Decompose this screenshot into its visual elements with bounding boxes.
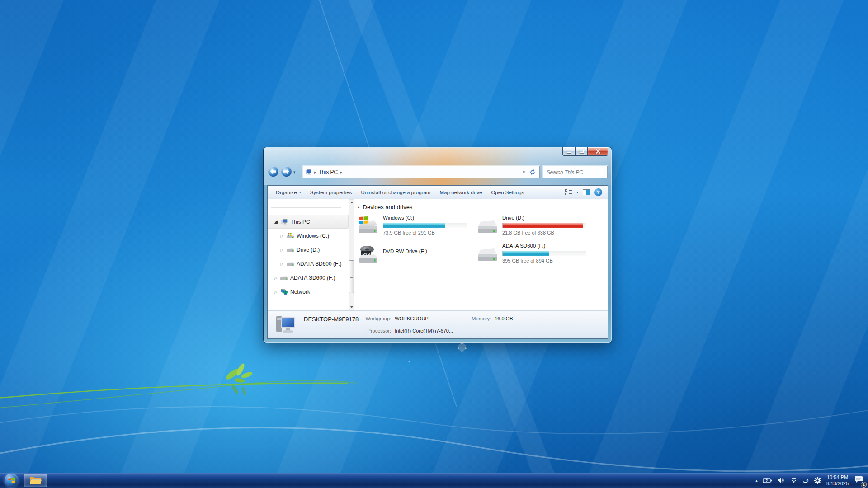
- drive-tile-d[interactable]: Drive (D:) 21.8 GB free of 638 GB: [477, 213, 596, 241]
- workgroup-value: WORKGROUP: [395, 316, 462, 327]
- clock-time: 10:54 PM: [826, 474, 849, 480]
- close-icon: [595, 149, 601, 154]
- drive-tile-windows-c[interactable]: Windows (C:) 73.9 GB free of 291 GB: [358, 213, 477, 241]
- tree-collapsed-icon[interactable]: ▷: [273, 290, 278, 294]
- search-box: [543, 166, 608, 178]
- taskbar-explorer-button[interactable]: [24, 474, 47, 487]
- address-bar[interactable]: ▸ This PC ▸ ▾: [303, 166, 540, 178]
- sidebar-item-windows-c[interactable]: ▷ Windows (C:): [268, 229, 349, 243]
- help-icon[interactable]: ?: [594, 188, 602, 196]
- maximize-button[interactable]: [575, 147, 588, 156]
- windows-logo-icon: [8, 477, 15, 484]
- scrollbar-thumb[interactable]: [349, 260, 354, 293]
- tree-collapsed-icon[interactable]: ▷: [279, 262, 285, 266]
- language-indicator[interactable]: ف: [803, 477, 809, 484]
- group-header-devices-and-drives[interactable]: ▴ Devices and drives: [358, 203, 608, 211]
- breadcrumb-this-pc[interactable]: This PC: [319, 169, 338, 175]
- sidebar-item-adata-f[interactable]: ▷ ADATA SD600 (F:): [268, 257, 349, 271]
- hidden-icons-chevron-icon[interactable]: ▴: [756, 479, 758, 483]
- recent-pages-chevron-icon[interactable]: ▾: [293, 170, 296, 174]
- battery-icon[interactable]: [763, 477, 772, 483]
- search-input[interactable]: [543, 169, 619, 175]
- breadcrumb-arrow-icon[interactable]: ▸: [314, 170, 316, 174]
- sidebar-item-label: Drive (D:): [297, 247, 320, 253]
- forward-button[interactable]: [281, 166, 292, 177]
- capacity-meter: [502, 251, 586, 256]
- notification-badge: 1: [861, 482, 867, 488]
- organize-dropdown-icon: ▾: [299, 190, 301, 194]
- sidebar-item-label: Windows (C:): [297, 233, 329, 239]
- sidebar-item-adata-f-2[interactable]: ▷ ADATA SD600 (F:): [268, 271, 349, 285]
- command-toolbar: Organize ▾ System properties Uninstall o…: [268, 186, 608, 199]
- navigation-pane: This PC ▷ Windows (C:) ▷ Drive (D:): [268, 199, 354, 310]
- close-button[interactable]: [588, 147, 608, 156]
- tree-collapsed-icon[interactable]: ▷: [279, 234, 285, 238]
- caption-buttons: [562, 147, 608, 156]
- settings-gear-icon[interactable]: [814, 477, 821, 484]
- change-view-icon[interactable]: [565, 189, 572, 196]
- file-list-area: ▴ Devices and drives Windows (C:: [354, 199, 608, 310]
- wallpaper-sparkle: [458, 343, 467, 352]
- forward-arrow-icon: [283, 169, 289, 174]
- refresh-icon[interactable]: [529, 169, 536, 175]
- explorer-window: ▾ ▸ This PC ▸ ▾: [264, 147, 612, 343]
- memory-label: Memory:: [466, 316, 491, 327]
- capacity-meter: [383, 223, 467, 228]
- taskbar-clock[interactable]: 10:54 PM 8/13/2025: [826, 474, 849, 487]
- drive-icon: [477, 216, 498, 235]
- drive-icon: [279, 275, 288, 281]
- sidebar-divider: [271, 207, 341, 208]
- memory-value: 16.0 GB: [495, 316, 513, 327]
- drive-name: ADATA SD600 (F:): [502, 242, 587, 249]
- clock-date: 8/13/2025: [826, 480, 849, 487]
- wifi-icon[interactable]: [790, 477, 798, 483]
- workgroup-label: Workgroup:: [363, 316, 391, 327]
- organize-button[interactable]: Organize ▾: [271, 188, 306, 197]
- windows-drive-icon: [286, 233, 295, 239]
- sidebar-item-label: ADATA SD600 (F:): [297, 261, 342, 267]
- open-settings-button[interactable]: Open Settings: [486, 188, 528, 197]
- tree-collapsed-icon[interactable]: ▷: [273, 276, 278, 280]
- navigation-bar: ▾ ▸ This PC ▸ ▾: [264, 165, 612, 180]
- uninstall-program-button[interactable]: Uninstall or change a program: [356, 188, 435, 197]
- volume-icon[interactable]: [777, 477, 785, 483]
- sidebar-scrollbar[interactable]: [349, 199, 354, 310]
- windows-drive-icon: [358, 216, 378, 235]
- scroll-down-icon[interactable]: [349, 305, 354, 310]
- minimize-icon: [567, 152, 571, 153]
- processor-label: Processor:: [363, 328, 391, 339]
- free-space-text: 73.9 GB free of 291 GB: [383, 230, 468, 236]
- drive-name: Windows (C:): [383, 214, 468, 221]
- sidebar-item-this-pc[interactable]: This PC: [268, 215, 349, 229]
- drive-name: Drive (D:): [502, 214, 587, 221]
- minimize-button[interactable]: [562, 147, 575, 156]
- view-dropdown-icon[interactable]: ▾: [576, 190, 578, 194]
- drive-tile-dvd-e[interactable]: DVD DVD RW Drive (E:): [358, 241, 477, 269]
- group-collapse-icon[interactable]: ▴: [358, 205, 360, 209]
- back-button[interactable]: [268, 166, 278, 177]
- start-button[interactable]: [5, 474, 18, 487]
- tree-collapsed-icon[interactable]: ▷: [279, 248, 285, 252]
- taskbar: ▴ ف 10:54 PM 8/13/2025: [0, 473, 868, 488]
- free-space-text: 21.8 GB free of 638 GB: [502, 230, 587, 236]
- sidebar-item-network[interactable]: ▷ Network: [268, 285, 349, 299]
- system-properties-button[interactable]: System properties: [306, 188, 357, 197]
- drive-tile-adata-f[interactable]: ADATA SD600 (F:) 395 GB free of 894 GB: [477, 241, 596, 269]
- address-dropdown-icon[interactable]: ▾: [523, 170, 525, 174]
- network-icon: [279, 289, 288, 295]
- free-space-text: 395 GB free of 894 GB: [502, 258, 587, 264]
- breadcrumb-arrow-icon[interactable]: ▸: [340, 170, 342, 174]
- map-network-drive-button[interactable]: Map network drive: [435, 188, 486, 197]
- maximize-icon: [580, 150, 584, 153]
- tree-expanded-icon[interactable]: [274, 220, 279, 224]
- system-tray: ▴ ف 10:54 PM 8/13/2025: [756, 474, 868, 487]
- sidebar-item-label: This PC: [291, 219, 310, 225]
- sidebar-item-drive-d[interactable]: ▷ Drive (D:): [268, 243, 349, 257]
- back-arrow-icon: [270, 169, 276, 174]
- scroll-up-icon[interactable]: [349, 200, 354, 205]
- drive-name: DVD RW Drive (E:): [383, 248, 468, 255]
- notification-center-button[interactable]: 1: [854, 475, 863, 486]
- preview-pane-icon[interactable]: [583, 189, 590, 195]
- computer-icon: [305, 169, 312, 175]
- processor-value: Intel(R) Core(TM) i7-670...: [395, 328, 462, 339]
